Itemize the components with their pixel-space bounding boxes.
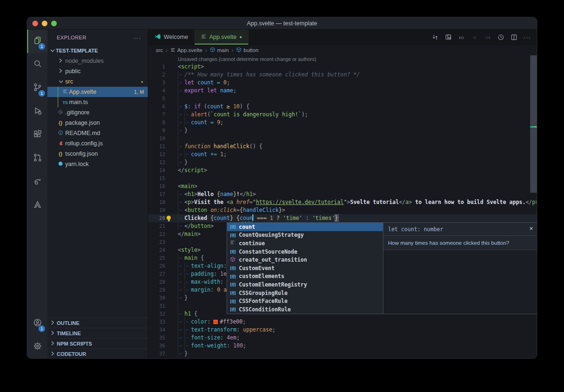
suggest-item-CSSFontFaceRule[interactable]: [@]CSSFontFaceRule: [227, 297, 383, 305]
file-row-main.ts[interactable]: TSmain.ts: [47, 97, 148, 107]
suggest-item-CSSGroupingRule[interactable]: [@]CSSGroupingRule: [227, 289, 383, 297]
run-and-debug-icon: [33, 106, 42, 117]
zoom-window-button[interactable]: [51, 21, 57, 26]
file-row-package.json[interactable]: {}package.json: [47, 118, 148, 128]
current-position-icon[interactable]: ○: [470, 34, 480, 41]
file-row-tsconfig.json[interactable]: {}tsconfig.json: [47, 149, 148, 159]
code-line-13[interactable]: 13→}: [148, 158, 537, 166]
suggest-item-continue[interactable]: continue: [227, 239, 383, 248]
minimize-window-button[interactable]: [42, 21, 47, 26]
file-row-node_modules[interactable]: node_modules: [47, 56, 148, 66]
code-line-5[interactable]: 5→: [148, 95, 537, 103]
code-line-18[interactable]: 18→<p>Visit the <a href="https://svelte.…: [148, 198, 537, 206]
code-line-7[interactable]: 7→→alert(`count is dangerously high!`);: [148, 111, 537, 119]
open-preview-icon[interactable]: [443, 33, 453, 41]
code-line-17[interactable]: 17→<h1>Hello {name}!</h1>: [148, 190, 537, 198]
code-line-19[interactable]: 19→<button on:click={handleClick}>: [148, 206, 537, 214]
code-line-11[interactable]: 11→function handleClick() {: [148, 143, 537, 151]
timeline-clock-icon[interactable]: [496, 33, 506, 41]
code-line-12[interactable]: 12→→count += 1;: [148, 151, 537, 158]
breadcrumb: src › App.svelte › main › button: [148, 45, 537, 55]
scrollbar-decoration: [530, 126, 537, 128]
previous-change-icon[interactable]: ‹○: [457, 34, 466, 41]
gutter-margin: [165, 230, 178, 238]
suggest-item-CSSConditionRule[interactable]: [@]CSSConditionRule: [227, 305, 383, 314]
code-line-1[interactable]: 1<script>: [148, 63, 537, 71]
code-line-20[interactable]: 20→Clicked {count} {coun === 1 ? 'time' …: [148, 214, 537, 222]
file-row-.gitignore[interactable]: .gitignore: [47, 107, 148, 118]
compare-changes-icon[interactable]: [430, 33, 440, 41]
more-actions-icon[interactable]: ···: [522, 34, 532, 41]
section-header-outline[interactable]: OUTLINE: [47, 317, 148, 328]
chevron-right-icon: [50, 351, 55, 357]
file-row-rollup.config.js[interactable]: rollup.config.js: [47, 138, 148, 149]
close-icon[interactable]: ✕: [529, 225, 533, 232]
split-editor-icon[interactable]: [509, 33, 519, 41]
activity-item-search[interactable]: [27, 53, 47, 76]
code-line-34[interactable]: 34→→text-transform: uppercase;: [148, 326, 537, 334]
code-line-9[interactable]: 9→}: [148, 127, 537, 135]
code-line-3[interactable]: 3→let count = 0;: [148, 79, 537, 87]
file-row-README.md[interactable]: README.md: [47, 128, 148, 138]
code-line-33[interactable]: 33→→color: #ff3e00;: [148, 318, 537, 326]
editor-scrollbar[interactable]: [530, 55, 537, 193]
activity-item-live-share[interactable]: [27, 170, 47, 194]
explorer-more-actions-icon[interactable]: ···: [134, 34, 148, 41]
close-window-button[interactable]: [32, 21, 38, 26]
activity-item-azure[interactable]: [27, 194, 47, 217]
activity-item-source-control[interactable]: 1: [27, 76, 47, 100]
activity-item-run-and-debug[interactable]: [27, 100, 47, 123]
tab-label: App.svelte: [209, 34, 236, 40]
code-line-16[interactable]: 16<main>: [148, 182, 537, 190]
code-line-35[interactable]: 35→→font-size: 4em;: [148, 334, 537, 342]
title-bar[interactable]: App.svelte — test-template: [27, 17, 537, 30]
code-line-14[interactable]: 14</script>: [148, 166, 537, 174]
tab-welcome[interactable]: Welcome: [148, 30, 195, 45]
section-header-npm-scripts[interactable]: NPM SCRIPTS: [47, 338, 148, 348]
suggest-item-CustomEvent[interactable]: [@]CustomEvent: [227, 264, 383, 272]
breadcrumb-button[interactable]: button: [236, 47, 259, 53]
breadcrumb-app-svelte[interactable]: App.svelte: [170, 47, 203, 53]
modified-dot-icon[interactable]: ●: [239, 35, 242, 39]
activity-item-settings-gear[interactable]: [27, 335, 47, 359]
file-row-yarn.lock[interactable]: yarn.lock: [47, 159, 148, 169]
breadcrumb-src[interactable]: src: [156, 47, 163, 53]
code-line-4[interactable]: 4→export let name;: [148, 87, 537, 95]
line-content: <script>: [178, 63, 204, 71]
section-header-timeline[interactable]: TIMELINE: [47, 328, 148, 338]
code-line-8[interactable]: 8→→count = 9;: [148, 119, 537, 127]
code-line-36[interactable]: 36→→font-weight: 100;: [148, 342, 537, 350]
lightbulb-code-action-icon[interactable]: [167, 216, 171, 220]
activity-item-explorer[interactable]: 1: [27, 30, 47, 53]
activity-item-account[interactable]: 1: [27, 312, 47, 335]
code-line-10[interactable]: 10→: [148, 135, 537, 143]
suggest-item-ConstantSourceNode[interactable]: [@]ConstantSourceNode: [227, 248, 383, 256]
codelens-annotation[interactable]: Unsaved changes (cannot determine recent…: [148, 55, 537, 63]
activity-item-extensions[interactable]: [27, 123, 47, 147]
file-tree: node_modulespublicsrc●App.svelte1, MTSma…: [47, 56, 148, 169]
code-editor[interactable]: Unsaved changes (cannot determine recent…: [148, 55, 537, 359]
suggest-item-create_out_transition[interactable]: create_out_transition: [227, 256, 383, 264]
activity-item-github-pull-requests[interactable]: [27, 147, 47, 170]
section-header-codetour[interactable]: CODETOUR: [47, 348, 148, 359]
file-row-src[interactable]: src●: [47, 76, 148, 87]
gutter-margin: [165, 119, 178, 127]
suggest-item-customElements[interactable]: [@]customElements: [227, 272, 383, 281]
file-row-App.svelte[interactable]: App.svelte1, M: [47, 87, 148, 97]
section-label: OUTLINE: [57, 320, 79, 326]
suggest-item-CountQueuingStrategy[interactable]: [@]CountQueuingStrategy: [227, 231, 383, 240]
tab-app-svelte[interactable]: App.svelte ●: [195, 30, 249, 45]
code-line-2[interactable]: 2→/** How many times has someone clicked…: [148, 71, 537, 79]
suggest-item-count[interactable]: [@]count: [227, 223, 383, 231]
next-change-icon[interactable]: ○›: [483, 34, 493, 41]
file-row-public[interactable]: public: [47, 66, 148, 76]
badge: 1: [38, 43, 45, 50]
breadcrumb-main[interactable]: main: [210, 47, 229, 53]
code-line-37[interactable]: 37→}: [148, 350, 537, 358]
suggest-item-CustomElementRegistry[interactable]: [@]CustomElementRegistry: [227, 280, 383, 289]
code-line-6[interactable]: 6→$: if (count ≥ 10) {: [148, 103, 537, 111]
git-status-badge: 1, M: [134, 89, 148, 95]
line-content: →}: [178, 350, 188, 358]
section-header-test-template[interactable]: TEST-TEMPLATE: [47, 45, 148, 56]
code-line-15[interactable]: 15: [148, 174, 537, 182]
